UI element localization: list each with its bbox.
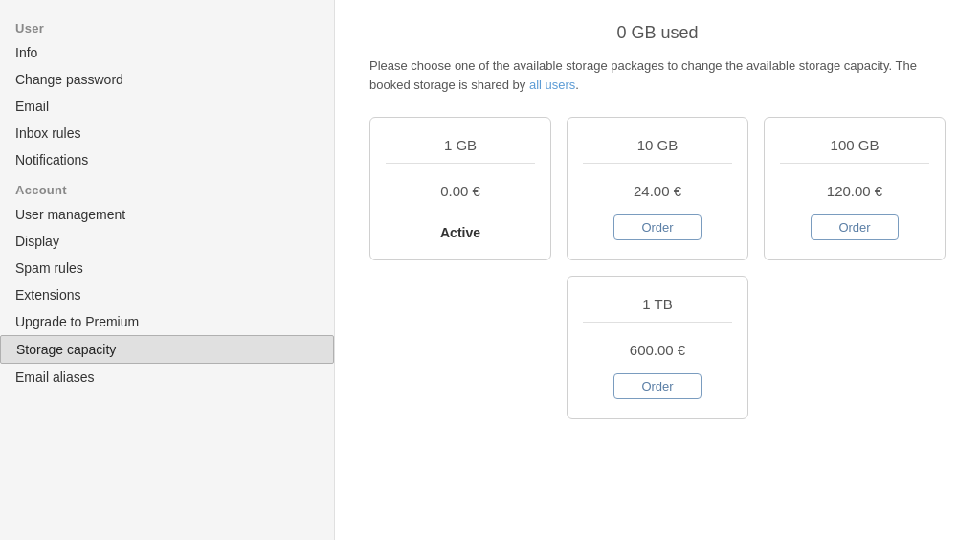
description-end: . xyxy=(575,78,579,92)
sidebar-item-user-management[interactable]: User management xyxy=(0,201,334,228)
sidebar-item-spam-rules[interactable]: Spam rules xyxy=(0,255,334,281)
packages-row-1: 1 GB 0.00 € Active 10 GB 24.00 € Order 1… xyxy=(369,117,946,260)
package-1tb: 1 TB 600.00 € Order xyxy=(567,276,748,419)
sidebar: User Info Change password Email Inbox ru… xyxy=(0,0,335,540)
storage-packages: 1 GB 0.00 € Active 10 GB 24.00 € Order 1… xyxy=(369,117,946,419)
sidebar-item-change-password[interactable]: Change password xyxy=(0,66,334,93)
package-1tb-size: 1 TB xyxy=(583,296,732,323)
sidebar-item-email[interactable]: Email xyxy=(0,93,334,120)
package-1gb: 1 GB 0.00 € Active xyxy=(369,117,551,260)
packages-row-2: 1 TB 600.00 € Order xyxy=(369,276,946,419)
package-100gb: 100 GB 120.00 € Order xyxy=(764,117,946,260)
row2-spacer-left xyxy=(369,276,551,419)
package-1tb-order-button[interactable]: Order xyxy=(613,373,701,399)
package-1tb-price: 600.00 € xyxy=(630,342,685,358)
sidebar-item-extensions[interactable]: Extensions xyxy=(0,281,334,308)
package-100gb-action: Order xyxy=(811,214,898,240)
package-1tb-action: Order xyxy=(613,373,701,399)
row2-spacer-right xyxy=(764,276,946,419)
sidebar-item-storage-capacity[interactable]: Storage capacity xyxy=(0,335,334,364)
package-10gb-order-button[interactable]: Order xyxy=(613,214,701,240)
all-users-link[interactable]: all users xyxy=(529,78,575,92)
sidebar-item-notifications[interactable]: Notifications xyxy=(0,146,334,173)
page-title: 0 GB used xyxy=(369,23,946,43)
sidebar-item-inbox-rules[interactable]: Inbox rules xyxy=(0,120,334,146)
package-10gb-action: Order xyxy=(613,214,701,240)
description-text-2: booked storage is shared by xyxy=(369,78,529,92)
package-10gb-size: 10 GB xyxy=(583,137,732,164)
sidebar-section-account: Account xyxy=(0,173,334,201)
package-10gb-price: 24.00 € xyxy=(634,183,681,199)
sidebar-item-email-aliases[interactable]: Email aliases xyxy=(0,364,334,391)
package-1gb-size: 1 GB xyxy=(386,137,535,164)
description: Please choose one of the available stora… xyxy=(369,56,946,94)
description-text-1: Please choose one of the available stora… xyxy=(369,58,917,73)
package-1gb-price: 0.00 € xyxy=(440,183,480,199)
package-100gb-price: 120.00 € xyxy=(827,183,882,199)
package-1gb-active-label: Active xyxy=(440,225,480,240)
sidebar-section-user: User xyxy=(0,11,334,39)
package-10gb: 10 GB 24.00 € Order xyxy=(567,117,748,260)
sidebar-item-info[interactable]: Info xyxy=(0,39,334,66)
sidebar-item-display[interactable]: Display xyxy=(0,228,334,255)
package-100gb-order-button[interactable]: Order xyxy=(811,214,898,240)
package-100gb-size: 100 GB xyxy=(780,137,929,164)
main-content: 0 GB used Please choose one of the avail… xyxy=(335,0,980,540)
sidebar-item-upgrade-to-premium[interactable]: Upgrade to Premium xyxy=(0,308,334,335)
